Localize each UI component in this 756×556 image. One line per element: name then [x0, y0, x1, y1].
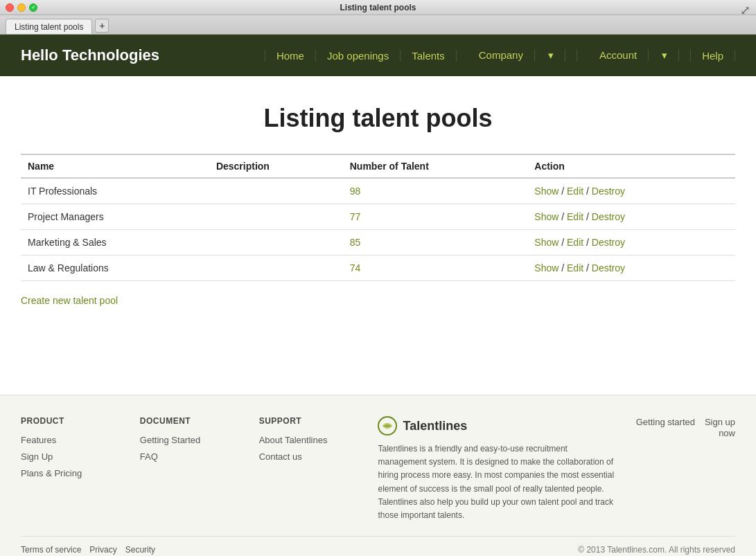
nav-home[interactable]: Home	[265, 50, 316, 62]
destroy-action[interactable]: Destroy	[592, 262, 625, 273]
footer-pricing-link[interactable]: Plans & Pricing	[21, 468, 82, 478]
col-description: Description	[209, 154, 343, 178]
talent-pool-name: Project Managers	[21, 204, 209, 230]
talent-pool-name: Marketing & Sales	[21, 230, 209, 255]
show-action[interactable]: Show	[534, 211, 559, 222]
page-title: Listing talent pools	[21, 104, 735, 133]
new-tab-button[interactable]: +	[95, 19, 109, 33]
show-action[interactable]: Show	[534, 262, 559, 273]
footer-product: PRODUCT Features Sign Up Plans & Pricing	[21, 416, 140, 522]
footer-support: SUPPORT About Talentlines Contact us	[259, 416, 378, 522]
security-link[interactable]: Security	[125, 545, 155, 555]
active-tab[interactable]: Listing talent pools	[6, 19, 92, 34]
sep1: /	[559, 211, 567, 222]
main-content: Listing talent pools Name Description Nu…	[0, 76, 756, 395]
talent-pool-actions: Show / Edit / Destroy	[527, 255, 735, 281]
col-talent-count: Number of Talent	[343, 154, 528, 178]
talent-pool-count: 77	[343, 204, 528, 230]
talent-pool-actions: Show / Edit / Destroy	[527, 204, 735, 230]
tab-label: Listing talent pools	[15, 22, 83, 32]
tab-bar: Listing talent pools +	[0, 15, 756, 35]
talent-pool-actions: Show / Edit / Destroy	[527, 230, 735, 255]
destroy-action[interactable]: Destroy	[592, 237, 625, 248]
talent-pool-count: 85	[343, 230, 528, 255]
show-action[interactable]: Show	[534, 237, 559, 248]
footer-signup-link[interactable]: Sign Up	[21, 451, 53, 462]
footer-contact-link[interactable]: Contact us	[259, 451, 302, 462]
footer-support-heading: SUPPORT	[259, 416, 378, 426]
footer-quick-links: Getting started Sign up now	[616, 416, 735, 522]
table-row: IT Professionals 98 Show / Edit / Destro…	[21, 178, 735, 204]
account-dropdown-arrow: ▾	[651, 49, 679, 62]
footer-legal-links: Terms of service Privacy Security	[21, 545, 155, 555]
table-row: Law & Regulations 74 Show / Edit / Destr…	[21, 255, 735, 281]
footer-getting-started-link[interactable]: Getting Started	[140, 435, 200, 445]
edit-action[interactable]: Edit	[567, 237, 583, 248]
footer-document-links: Getting Started FAQ	[140, 434, 259, 462]
edit-action[interactable]: Edit	[567, 262, 583, 273]
talent-pool-name: IT Professionals	[21, 178, 209, 204]
footer-brand-header: Talentlines	[378, 416, 616, 436]
footer-features-link[interactable]: Features	[21, 435, 56, 445]
sep1: /	[559, 262, 567, 273]
talent-pools-table: Name Description Number of Talent Action…	[21, 154, 735, 281]
talent-pool-count: 74	[343, 255, 528, 281]
table-row: Marketing & Sales 85 Show / Edit / Destr…	[21, 230, 735, 255]
close-button[interactable]	[6, 3, 14, 12]
footer-brand-name: Talentlines	[403, 419, 467, 433]
terms-of-service-link[interactable]: Terms of service	[21, 545, 81, 555]
brand-icon	[378, 416, 397, 436]
talent-pool-actions: Show / Edit / Destroy	[527, 178, 735, 204]
sep1: /	[559, 186, 567, 197]
footer-about-link[interactable]: About Talentlines	[259, 435, 328, 445]
traffic-lights: ✓	[6, 3, 37, 12]
nav-links: Home Job openings Talents Company▾ Accou…	[265, 49, 735, 62]
footer-product-heading: PRODUCT	[21, 416, 140, 426]
footer-faq-link[interactable]: FAQ	[140, 451, 158, 462]
footer-product-links: Features Sign Up Plans & Pricing	[21, 434, 140, 478]
footer-brand-description: Talentlines is a friendly and easy-to-us…	[378, 442, 616, 522]
edit-action[interactable]: Edit	[567, 186, 583, 197]
footer-document: DOCUMENT Getting Started FAQ	[140, 416, 259, 522]
table-header-row: Name Description Number of Talent Action	[21, 154, 735, 178]
create-talent-pool-link[interactable]: Create new talent pool	[21, 295, 118, 306]
col-name: Name	[21, 154, 209, 178]
table-row: Project Managers 77 Show / Edit / Destro…	[21, 204, 735, 230]
destroy-action[interactable]: Destroy	[592, 211, 625, 222]
nav-help[interactable]: Help	[691, 50, 735, 62]
navbar: Hello Technologies Home Job openings Tal…	[0, 35, 756, 76]
footer-document-heading: DOCUMENT	[140, 416, 259, 426]
nav-job-openings[interactable]: Job openings	[316, 50, 401, 62]
footer-bottom: Terms of service Privacy Security © 2013…	[21, 536, 735, 555]
nav-talents[interactable]: Talents	[401, 50, 457, 62]
footer-top: PRODUCT Features Sign Up Plans & Pricing…	[21, 416, 735, 522]
brand-logo[interactable]: Hello Technologies	[21, 46, 265, 64]
talent-pool-description	[209, 204, 343, 230]
destroy-action[interactable]: Destroy	[592, 186, 625, 197]
show-action[interactable]: Show	[534, 186, 559, 197]
sep1: /	[559, 237, 567, 248]
minimize-button[interactable]	[17, 3, 26, 12]
title-bar: ✓ Listing talent pools ⤢	[0, 0, 756, 15]
talent-pool-description	[209, 230, 343, 255]
talent-pool-description	[209, 178, 343, 204]
maximize-button[interactable]: ✓	[29, 3, 37, 12]
privacy-link[interactable]: Privacy	[89, 545, 116, 555]
footer-copyright: © 2013 Talentlines.com. All rights reser…	[578, 545, 735, 555]
col-action: Action	[527, 154, 735, 178]
nav-company[interactable]: Company▾	[457, 49, 577, 62]
talent-pool-name: Law & Regulations	[21, 255, 209, 281]
sep2: /	[583, 211, 592, 222]
footer-support-links: About Talentlines Contact us	[259, 434, 378, 462]
sep2: /	[583, 262, 592, 273]
sep2: /	[583, 237, 592, 248]
edit-action[interactable]: Edit	[567, 211, 583, 222]
company-dropdown-arrow: ▾	[537, 49, 565, 62]
footer-brand-section: Talentlines Talentlines is a friendly an…	[378, 416, 616, 522]
talent-pool-description	[209, 255, 343, 281]
talent-pool-count: 98	[343, 178, 528, 204]
nav-account[interactable]: Account▾	[577, 49, 691, 62]
footer-signup-quick-link[interactable]: Sign up now	[705, 417, 735, 438]
sep2: /	[583, 186, 592, 197]
footer-getting-started-quick-link[interactable]: Getting started	[636, 417, 695, 427]
